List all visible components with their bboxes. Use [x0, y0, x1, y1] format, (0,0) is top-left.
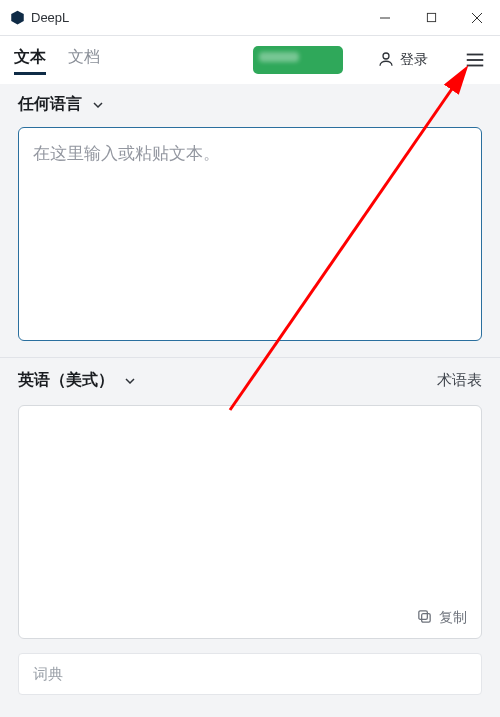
source-placeholder: 在这里输入或粘贴文本。 [33, 142, 467, 165]
dictionary-input[interactable]: 词典 [18, 653, 482, 695]
chevron-down-icon [122, 373, 138, 389]
divider [0, 357, 500, 358]
copy-button[interactable]: 复制 [416, 608, 467, 628]
app-logo-icon [10, 10, 25, 25]
tab-text[interactable]: 文本 [14, 47, 46, 74]
svg-rect-10 [419, 611, 428, 620]
svg-marker-0 [11, 11, 24, 25]
promo-banner[interactable] [253, 46, 343, 74]
copy-label: 复制 [439, 609, 467, 627]
maximize-button[interactable] [408, 0, 454, 35]
target-text-output: 复制 [18, 405, 482, 639]
user-icon [377, 50, 395, 71]
copy-icon [416, 608, 433, 628]
hamburger-menu-button[interactable] [464, 49, 486, 71]
target-language-selector[interactable]: 英语（美式） [18, 370, 138, 391]
svg-rect-2 [427, 13, 435, 21]
tab-document[interactable]: 文档 [68, 47, 100, 74]
source-language-selector[interactable]: 任何语言 [0, 84, 500, 123]
login-label: 登录 [400, 51, 428, 69]
login-button[interactable]: 登录 [377, 50, 428, 71]
svg-point-5 [383, 53, 389, 59]
minimize-button[interactable] [362, 0, 408, 35]
chevron-down-icon [90, 97, 106, 113]
glossary-button[interactable]: 术语表 [437, 371, 482, 390]
window-titlebar: DeepL [0, 0, 500, 36]
target-language-label: 英语（美式） [18, 370, 114, 391]
window-title: DeepL [31, 10, 362, 25]
window-controls [362, 0, 500, 35]
top-navigation: 文本 文档 登录 [0, 36, 500, 84]
target-language-bar: 英语（美式） 术语表 [0, 360, 500, 399]
source-language-label: 任何语言 [18, 94, 82, 115]
svg-rect-9 [422, 614, 431, 623]
close-button[interactable] [454, 0, 500, 35]
source-text-input[interactable]: 在这里输入或粘贴文本。 [18, 127, 482, 341]
dictionary-placeholder: 词典 [33, 665, 63, 684]
